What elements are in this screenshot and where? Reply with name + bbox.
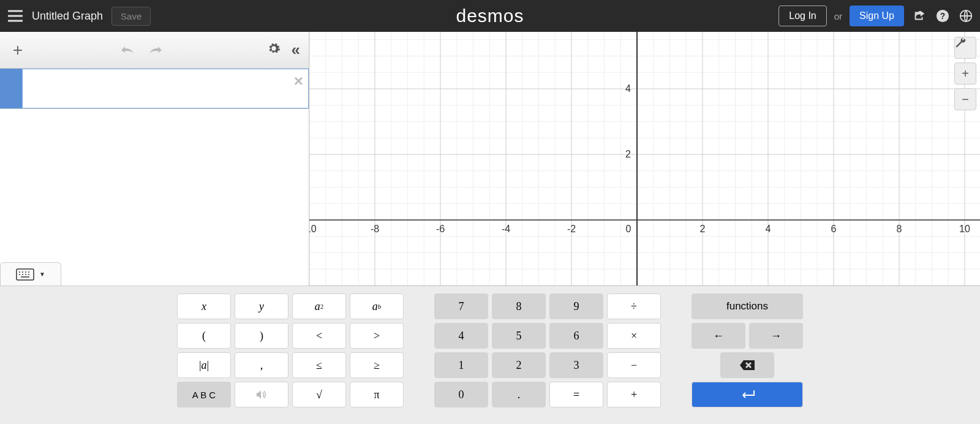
- key-arrow-right[interactable]: →: [749, 323, 803, 349]
- key-multiply[interactable]: ×: [607, 323, 661, 349]
- key-8[interactable]: 8: [492, 293, 546, 319]
- key-abc[interactable]: A B C: [177, 382, 231, 407]
- key-squared[interactable]: a2: [292, 293, 346, 319]
- key-gt[interactable]: >: [350, 323, 404, 349]
- brand-logo: desmos: [456, 6, 524, 26]
- signup-button[interactable]: Sign Up: [850, 6, 904, 26]
- keyboard-icon: [16, 268, 34, 281]
- chevron-down-icon: ▼: [39, 271, 45, 278]
- expression-input[interactable]: ×: [22, 69, 309, 108]
- key-power[interactable]: ab: [350, 293, 404, 319]
- expression-row: ×: [0, 69, 309, 109]
- kbd-group-actions: functions ← →: [692, 293, 803, 424]
- add-expression-button[interactable]: +: [9, 40, 27, 60]
- menu-icon[interactable]: [6, 7, 24, 25]
- graph-tools: + −: [954, 37, 976, 110]
- key-plus[interactable]: +: [607, 382, 661, 407]
- svg-text:-4: -4: [502, 224, 510, 234]
- redo-icon[interactable]: [147, 40, 164, 59]
- kbd-group-symbols: x y a2 ab ( ) < > |a| , ≤ ≥ A B C √ π: [177, 293, 404, 424]
- svg-text:8: 8: [897, 224, 902, 234]
- graph-title[interactable]: Untitled Graph: [32, 10, 103, 23]
- key-lparen[interactable]: (: [177, 323, 231, 349]
- save-button[interactable]: Save: [111, 7, 151, 26]
- key-1[interactable]: 1: [434, 352, 488, 378]
- svg-text:4: 4: [766, 224, 771, 234]
- key-x[interactable]: x: [177, 293, 231, 319]
- collapse-sidebar-icon[interactable]: «: [292, 40, 300, 59]
- key-sqrt[interactable]: √: [292, 382, 346, 407]
- login-button[interactable]: Log In: [778, 6, 826, 26]
- svg-text:2: 2: [700, 224, 706, 234]
- key-equals[interactable]: =: [549, 382, 603, 407]
- keyboard-toggle[interactable]: ▼: [0, 262, 61, 286]
- key-enter[interactable]: [692, 382, 803, 407]
- main-area: + « ×: [0, 32, 980, 286]
- key-7[interactable]: 7: [434, 293, 488, 319]
- svg-text:4: 4: [625, 83, 631, 94]
- zoom-in-button[interactable]: +: [954, 62, 976, 85]
- svg-text:-10: -10: [309, 224, 317, 234]
- svg-text:6: 6: [831, 224, 837, 234]
- svg-text:2: 2: [625, 149, 631, 159]
- zoom-out-button[interactable]: −: [954, 88, 976, 110]
- onscreen-keyboard: x y a2 ab ( ) < > |a| , ≤ ≥ A B C √ π 7: [0, 286, 980, 424]
- gear-icon[interactable]: [267, 42, 281, 59]
- graph-pane[interactable]: -10-8-6-4-2024681042 + −: [309, 32, 980, 286]
- key-4[interactable]: 4: [434, 323, 488, 349]
- key-2[interactable]: 2: [492, 352, 546, 378]
- sidebar-toolbar: + «: [0, 32, 309, 69]
- key-5[interactable]: 5: [492, 323, 546, 349]
- header-right: Log In or Sign Up ?: [778, 6, 974, 26]
- app-header: Untitled Graph Save desmos Log In or Sig…: [0, 0, 980, 32]
- or-text: or: [834, 11, 842, 21]
- key-ge[interactable]: ≥: [350, 352, 404, 378]
- key-rparen[interactable]: ): [235, 323, 288, 349]
- key-minus[interactable]: −: [607, 352, 661, 378]
- key-comma[interactable]: ,: [235, 352, 288, 378]
- graph-grid: -10-8-6-4-2024681042: [309, 32, 980, 286]
- svg-text:0: 0: [626, 224, 631, 234]
- kbd-group-digits: 7 8 9 ÷ 4 5 6 × 1 2 3 − 0 . = +: [434, 293, 661, 424]
- key-lt[interactable]: <: [292, 323, 346, 349]
- key-sound[interactable]: [235, 382, 288, 407]
- key-9[interactable]: 9: [549, 293, 603, 319]
- wrench-icon[interactable]: [954, 37, 976, 59]
- key-backspace[interactable]: [720, 352, 774, 378]
- close-icon[interactable]: ×: [294, 72, 303, 91]
- svg-text:10: 10: [959, 224, 970, 234]
- key-abs[interactable]: |a|: [177, 352, 231, 378]
- svg-text:-6: -6: [436, 224, 445, 234]
- share-icon[interactable]: [911, 8, 927, 24]
- key-le[interactable]: ≤: [292, 352, 346, 378]
- globe-icon[interactable]: [958, 8, 974, 24]
- key-6[interactable]: 6: [549, 323, 603, 349]
- key-0[interactable]: 0: [434, 382, 488, 407]
- key-pi[interactable]: π: [350, 382, 404, 407]
- help-icon[interactable]: ?: [935, 8, 951, 24]
- undo-icon[interactable]: [119, 40, 136, 59]
- key-arrow-left[interactable]: ←: [692, 323, 745, 349]
- key-functions[interactable]: functions: [692, 293, 803, 319]
- svg-text:?: ?: [940, 12, 945, 21]
- key-y[interactable]: y: [235, 293, 288, 319]
- undo-redo-group: [119, 40, 164, 59]
- key-dot[interactable]: .: [492, 382, 546, 407]
- key-3[interactable]: 3: [549, 352, 603, 378]
- svg-text:-2: -2: [567, 224, 576, 234]
- expression-sidebar: + « ×: [0, 32, 309, 286]
- sidebar-tool-right: «: [267, 40, 300, 59]
- expression-color-tab[interactable]: [0, 69, 22, 108]
- svg-text:-8: -8: [371, 224, 379, 234]
- key-divide[interactable]: ÷: [607, 293, 661, 319]
